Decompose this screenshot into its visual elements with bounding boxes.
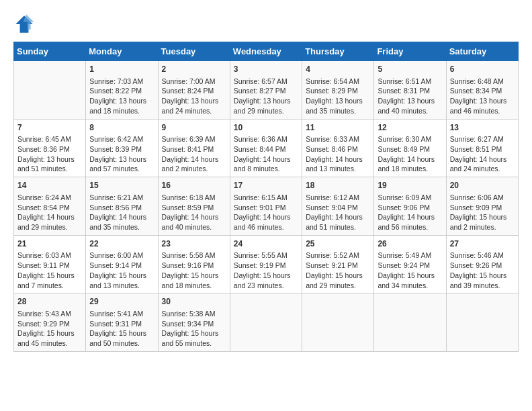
day-number: 13 [450,122,515,134]
calendar-cell: 14Sunrise: 6:24 AM Sunset: 8:54 PM Dayli… [14,177,86,236]
calendar-cell: 1Sunrise: 7:03 AM Sunset: 8:22 PM Daylig… [86,61,158,120]
day-number: 25 [306,238,370,250]
calendar-cell: 29Sunrise: 5:41 AM Sunset: 9:31 PM Dayli… [86,293,158,352]
calendar-cell: 26Sunrise: 5:49 AM Sunset: 9:24 PM Dayli… [374,235,446,293]
logo-icon [13,13,35,35]
day-number: 8 [89,122,154,134]
calendar-cell: 20Sunrise: 6:06 AM Sunset: 9:09 PM Dayli… [446,177,518,236]
day-number: 4 [306,64,370,75]
day-number: 12 [378,122,442,134]
day-number: 7 [17,122,82,134]
day-info: Sunrise: 6:24 AM Sunset: 8:54 PM Dayligh… [17,193,82,232]
calendar-cell: 15Sunrise: 6:21 AM Sunset: 8:56 PM Dayli… [86,177,158,236]
day-number: 21 [17,238,82,250]
calendar-table: SundayMondayTuesdayWednesdayThursdayFrid… [13,42,519,352]
week-row-3: 14Sunrise: 6:24 AM Sunset: 8:54 PM Dayli… [14,177,519,236]
day-number: 3 [234,64,298,75]
day-info: Sunrise: 6:54 AM Sunset: 8:29 PM Dayligh… [306,77,370,116]
calendar-cell: 13Sunrise: 6:27 AM Sunset: 8:51 PM Dayli… [446,119,518,177]
calendar-cell: 8Sunrise: 6:42 AM Sunset: 8:39 PM Daylig… [86,119,158,177]
calendar-cell: 25Sunrise: 5:52 AM Sunset: 9:21 PM Dayli… [302,235,374,293]
day-info: Sunrise: 6:00 AM Sunset: 9:14 PM Dayligh… [89,250,154,290]
week-row-2: 7Sunrise: 6:45 AM Sunset: 8:36 PM Daylig… [14,119,519,177]
day-info: Sunrise: 5:38 AM Sunset: 9:34 PM Dayligh… [162,309,226,349]
calendar-cell: 10Sunrise: 6:36 AM Sunset: 8:44 PM Dayli… [230,119,302,177]
day-info: Sunrise: 5:41 AM Sunset: 9:31 PM Dayligh… [89,309,154,349]
day-info: Sunrise: 6:03 AM Sunset: 9:11 PM Dayligh… [17,250,82,290]
header-cell-sunday: Sunday [14,42,86,61]
calendar-cell: 12Sunrise: 6:30 AM Sunset: 8:49 PM Dayli… [374,119,446,177]
day-info: Sunrise: 6:51 AM Sunset: 8:31 PM Dayligh… [378,77,442,116]
day-info: Sunrise: 6:06 AM Sunset: 9:09 PM Dayligh… [450,193,515,232]
day-number: 24 [234,238,298,250]
day-info: Sunrise: 6:33 AM Sunset: 8:46 PM Dayligh… [306,134,370,174]
header-row: SundayMondayTuesdayWednesdayThursdayFrid… [14,42,519,61]
day-number: 6 [450,64,515,75]
day-info: Sunrise: 5:55 AM Sunset: 9:19 PM Dayligh… [234,250,298,290]
day-info: Sunrise: 7:03 AM Sunset: 8:22 PM Dayligh… [89,77,154,116]
header-cell-wednesday: Wednesday [230,42,302,61]
day-number: 23 [162,238,226,250]
header-cell-monday: Monday [86,42,158,61]
day-number: 28 [17,296,82,308]
calendar-cell: 24Sunrise: 5:55 AM Sunset: 9:19 PM Dayli… [230,235,302,293]
calendar-cell: 4Sunrise: 6:54 AM Sunset: 8:29 PM Daylig… [302,61,374,120]
calendar-cell: 2Sunrise: 7:00 AM Sunset: 8:24 PM Daylig… [158,61,230,120]
day-number: 9 [162,122,226,134]
day-info: Sunrise: 5:58 AM Sunset: 9:16 PM Dayligh… [162,250,226,290]
day-info: Sunrise: 6:21 AM Sunset: 8:56 PM Dayligh… [89,193,154,232]
calendar-cell: 16Sunrise: 6:18 AM Sunset: 8:59 PM Dayli… [158,177,230,236]
header-cell-thursday: Thursday [302,42,374,61]
day-number: 19 [378,180,442,191]
week-row-5: 28Sunrise: 5:43 AM Sunset: 9:29 PM Dayli… [14,293,519,352]
day-info: Sunrise: 6:30 AM Sunset: 8:49 PM Dayligh… [378,134,442,174]
day-number: 16 [162,180,226,191]
day-info: Sunrise: 6:42 AM Sunset: 8:39 PM Dayligh… [89,134,154,174]
day-info: Sunrise: 6:27 AM Sunset: 8:51 PM Dayligh… [450,134,515,174]
calendar-cell: 23Sunrise: 5:58 AM Sunset: 9:16 PM Dayli… [158,235,230,293]
day-number: 26 [378,238,442,250]
day-info: Sunrise: 5:52 AM Sunset: 9:21 PM Dayligh… [306,250,370,290]
day-info: Sunrise: 7:00 AM Sunset: 8:24 PM Dayligh… [162,77,226,116]
header-cell-tuesday: Tuesday [158,42,230,61]
logo [13,13,38,35]
day-number: 14 [17,180,82,191]
day-number: 2 [162,64,226,75]
day-info: Sunrise: 6:15 AM Sunset: 9:01 PM Dayligh… [234,193,298,232]
day-info: Sunrise: 6:18 AM Sunset: 8:59 PM Dayligh… [162,193,226,232]
day-info: Sunrise: 6:12 AM Sunset: 9:04 PM Dayligh… [306,193,370,232]
calendar-cell: 27Sunrise: 5:46 AM Sunset: 9:26 PM Dayli… [446,235,518,293]
calendar-cell: 7Sunrise: 6:45 AM Sunset: 8:36 PM Daylig… [14,119,86,177]
calendar-cell: 21Sunrise: 6:03 AM Sunset: 9:11 PM Dayli… [14,235,86,293]
calendar-cell: 6Sunrise: 6:48 AM Sunset: 8:34 PM Daylig… [446,61,518,120]
day-info: Sunrise: 6:57 AM Sunset: 8:27 PM Dayligh… [234,77,298,116]
day-number: 27 [450,238,515,250]
calendar-cell: 30Sunrise: 5:38 AM Sunset: 9:34 PM Dayli… [158,293,230,352]
week-row-4: 21Sunrise: 6:03 AM Sunset: 9:11 PM Dayli… [14,235,519,293]
day-number: 18 [306,180,370,191]
calendar-cell: 19Sunrise: 6:09 AM Sunset: 9:06 PM Dayli… [374,177,446,236]
calendar-cell: 17Sunrise: 6:15 AM Sunset: 9:01 PM Dayli… [230,177,302,236]
calendar-cell [374,293,446,352]
day-number: 20 [450,180,515,191]
calendar-cell [446,293,518,352]
day-number: 17 [234,180,298,191]
day-info: Sunrise: 5:46 AM Sunset: 9:26 PM Dayligh… [450,250,515,290]
page-header [13,13,519,35]
day-info: Sunrise: 6:48 AM Sunset: 8:34 PM Dayligh… [450,77,515,116]
day-number: 10 [234,122,298,134]
day-number: 11 [306,122,370,134]
calendar-cell: 3Sunrise: 6:57 AM Sunset: 8:27 PM Daylig… [230,61,302,120]
day-number: 5 [378,64,442,75]
calendar-cell: 22Sunrise: 6:00 AM Sunset: 9:14 PM Dayli… [86,235,158,293]
day-number: 22 [89,238,154,250]
calendar-cell [14,61,86,120]
day-info: Sunrise: 5:43 AM Sunset: 9:29 PM Dayligh… [17,309,82,349]
day-info: Sunrise: 6:39 AM Sunset: 8:41 PM Dayligh… [162,134,226,174]
day-info: Sunrise: 6:45 AM Sunset: 8:36 PM Dayligh… [17,134,82,174]
day-number: 15 [89,180,154,191]
week-row-1: 1Sunrise: 7:03 AM Sunset: 8:22 PM Daylig… [14,61,519,120]
header-cell-saturday: Saturday [446,42,518,61]
calendar-cell: 5Sunrise: 6:51 AM Sunset: 8:31 PM Daylig… [374,61,446,120]
day-number: 1 [89,64,154,75]
